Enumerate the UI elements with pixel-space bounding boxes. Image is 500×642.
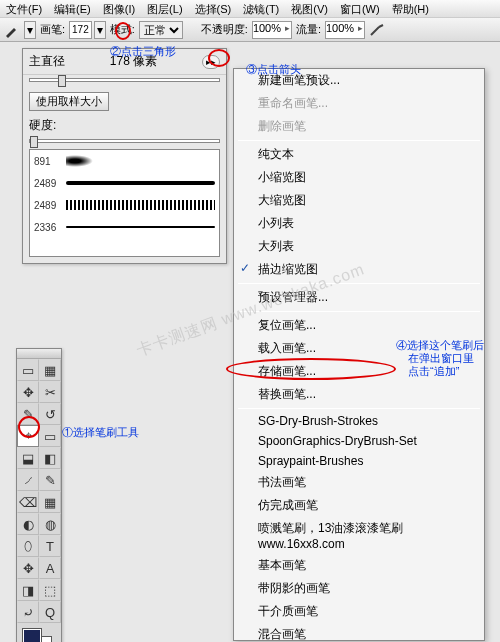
toolbox: ▭▦✥✂✎↺⌖▭⬓◧⟋✎⌫▦◐◍⬯T✥A◨⬚⤾Q (16, 348, 62, 642)
annotation-label-4c: 点击“追加” (408, 364, 459, 379)
tool-button[interactable]: ✎ (17, 403, 39, 425)
tool-button[interactable]: ▭ (17, 359, 39, 381)
menu-item[interactable]: Spraypaint-Brushes (234, 451, 484, 471)
menu-item[interactable]: 书法画笔 (234, 471, 484, 494)
mode-select[interactable]: 正常 (139, 21, 183, 39)
menu-item[interactable]: SpoonGraphics-DryBrush-Set (234, 431, 484, 451)
menu-bar: 文件(F) 编辑(E) 图像(I) 图层(L) 选择(S) 滤镜(T) 视图(V… (0, 0, 500, 18)
tool-button[interactable]: ✥ (17, 381, 39, 403)
flow-value[interactable]: 100% (325, 21, 365, 39)
tool-button[interactable]: ✥ (17, 557, 39, 579)
hardness-label: 硬度: (29, 117, 56, 134)
brush-preset-item[interactable]: 2489 (30, 194, 219, 216)
hardness-slider[interactable] (29, 139, 220, 143)
tool-button[interactable]: ⬚ (39, 579, 61, 601)
brush-tool-icon[interactable] (2, 21, 22, 39)
airbrush-icon[interactable] (367, 21, 387, 39)
toolbox-titlebar[interactable] (17, 349, 61, 359)
tool-preset-dropdown[interactable]: ▾ (24, 21, 36, 39)
opacity-value[interactable]: 100% (252, 21, 292, 39)
tool-button[interactable]: ⌫ (17, 491, 39, 513)
menu-item[interactable]: 替换画笔... (234, 383, 484, 406)
tool-button[interactable]: ✎ (39, 469, 61, 491)
tool-button[interactable]: Q (39, 601, 61, 623)
menu-item[interactable]: 描边缩览图 (234, 258, 484, 281)
brush-preset-list[interactable]: 891 2489 2489 2336 (29, 149, 220, 257)
menu-separator (238, 140, 480, 141)
brush-size-chip[interactable]: 172 (69, 21, 92, 39)
menu-view[interactable]: 视图(V) (285, 0, 334, 17)
tool-button[interactable]: ✂ (39, 381, 61, 403)
annotation-label-2: ②点击三角形 (110, 44, 176, 59)
menu-file[interactable]: 文件(F) (0, 0, 48, 17)
tool-button[interactable]: ◐ (17, 513, 39, 535)
menu-item[interactable]: SG-Dry-Brush-Strokes (234, 411, 484, 431)
tool-button[interactable]: ⤾ (17, 601, 39, 623)
menu-help[interactable]: 帮助(H) (386, 0, 435, 17)
flyout-arrow-button[interactable]: ▸▸ (202, 55, 220, 69)
menu-item[interactable]: 大列表 (234, 235, 484, 258)
menu-window[interactable]: 窗口(W) (334, 0, 386, 17)
opacity-label: 不透明度: (199, 22, 250, 37)
brush-preset-item[interactable]: 2489 (30, 172, 219, 194)
menu-item[interactable]: 纯文本 (234, 143, 484, 166)
menu-separator (238, 311, 480, 312)
menu-filter[interactable]: 滤镜(T) (237, 0, 285, 17)
menu-item: 删除画笔 (234, 115, 484, 138)
menu-item: 重命名画笔... (234, 92, 484, 115)
annotation-label-3: ③点击箭头 (246, 62, 301, 77)
brush-preset-item[interactable]: 2336 (30, 216, 219, 238)
tool-button[interactable]: ⬯ (17, 535, 39, 557)
menu-select[interactable]: 选择(S) (189, 0, 238, 17)
tool-button[interactable]: A (39, 557, 61, 579)
menu-separator (238, 408, 480, 409)
diameter-slider[interactable] (29, 78, 220, 82)
menu-image[interactable]: 图像(I) (97, 0, 141, 17)
mode-label: 模式: (108, 22, 137, 37)
menu-item[interactable]: 大缩览图 (234, 189, 484, 212)
tool-button[interactable]: ◧ (39, 447, 61, 469)
brush-label: 画笔: (38, 22, 67, 37)
menu-item[interactable]: 基本画笔 (234, 554, 484, 577)
tool-button[interactable]: ◍ (39, 513, 61, 535)
tool-button[interactable]: ▦ (39, 359, 61, 381)
tool-button[interactable]: ⬓ (17, 447, 39, 469)
menu-item[interactable]: 预设管理器... (234, 286, 484, 309)
menu-item[interactable]: 带阴影的画笔 (234, 577, 484, 600)
menu-layer[interactable]: 图层(L) (141, 0, 188, 17)
color-swatch[interactable] (17, 627, 61, 642)
brush-size-value: 172 (72, 24, 89, 35)
menu-item[interactable]: 干介质画笔 (234, 600, 484, 623)
tool-button[interactable]: ▭ (39, 425, 61, 447)
tool-button[interactable]: ◨ (17, 579, 39, 601)
brush-preset-item[interactable]: 891 (30, 150, 219, 172)
foreground-color[interactable] (23, 629, 41, 642)
menu-item[interactable]: 小缩览图 (234, 166, 484, 189)
menu-separator (238, 283, 480, 284)
tool-button[interactable]: ▦ (39, 491, 61, 513)
master-diameter-label: 主直径 (29, 53, 65, 70)
tool-button[interactable]: ↺ (39, 403, 61, 425)
menu-item[interactable]: 复位画笔... (234, 314, 484, 337)
options-bar: ▾ 画笔: 172 ▾ 模式: 正常 不透明度: 100% 流量: 100% (0, 18, 500, 42)
menu-item[interactable]: 小列表 (234, 212, 484, 235)
tool-button[interactable]: ⌖ (17, 425, 39, 447)
tool-button[interactable]: ⟋ (17, 469, 39, 491)
flow-label: 流量: (294, 22, 323, 37)
brush-preset-dropdown[interactable]: ▾ (94, 21, 106, 39)
tool-button[interactable]: T (39, 535, 61, 557)
use-sample-size-button[interactable]: 使用取样大小 (29, 92, 109, 111)
menu-item[interactable]: 混合画笔 (234, 623, 484, 642)
menu-item[interactable]: 仿完成画笔 (234, 494, 484, 517)
annotation-label-1: ①选择笔刷工具 (62, 425, 139, 440)
brush-preset-panel: 主直径 178 像素 ▸▸ 使用取样大小 硬度: 891 2489 2489 2… (22, 48, 227, 264)
menu-edit[interactable]: 编辑(E) (48, 0, 97, 17)
menu-item[interactable]: 喷溅笔刷，13油漆滚漆笔刷www.16xx8.com (234, 517, 484, 554)
